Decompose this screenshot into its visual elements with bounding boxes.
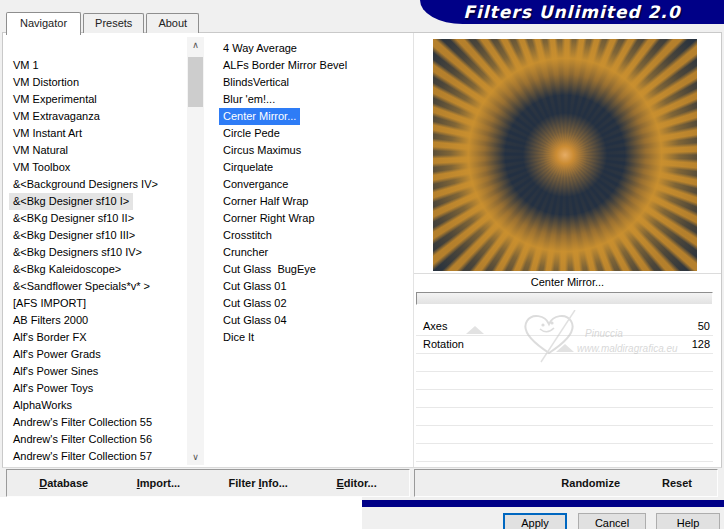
category-list: VM 1VM DistortionVM ExperimentalVM Extra… [9,57,187,467]
tab-bar: NavigatorPresetsAbout [6,10,201,33]
editor-button[interactable]: Editor... [336,477,376,489]
scrollbar-thumb[interactable] [188,57,203,107]
list-item[interactable]: Circus Maximus [219,142,305,159]
filter-info-button[interactable]: Filter Info... [229,477,288,489]
tab-presets[interactable]: Presets [83,13,144,33]
footer-accent-bar [362,500,724,507]
param-row-empty [416,354,713,372]
list-item[interactable]: 4 Way Average [219,40,301,57]
list-item[interactable]: ALFs Border Mirror Bevel [219,57,351,74]
import-button[interactable]: Import... [137,477,180,489]
list-item[interactable]: Circle Pede [219,125,284,142]
list-item[interactable]: Convergance [219,176,292,193]
list-item[interactable]: Corner Right Wrap [219,210,319,227]
param-row-axes[interactable]: Axes50 [416,318,713,336]
statusbar: Database:ICNET-Filters Filters:1100 [0,497,362,529]
list-item[interactable]: Cut Glass BugEye [219,261,320,278]
database-toolbar: DatabaseImport...Filter Info...Editor... [6,469,410,497]
app-title: Filters Unlimited 2.0 [463,2,680,22]
param-row-empty [416,408,713,426]
list-item[interactable]: Alf's Power Grads [9,346,105,363]
scroll-up-icon[interactable]: ∧ [187,37,204,53]
help-button[interactable]: Help [656,513,720,529]
param-name: Axes [423,318,447,335]
list-item[interactable]: Andrew's Filter Collection 58 [9,465,156,467]
list-item[interactable]: VM Toolbox [9,159,74,176]
param-row-empty [416,390,713,408]
reset-button[interactable]: Reset [662,477,692,489]
list-item[interactable]: VM Natural [9,142,72,159]
param-row-rotation[interactable]: Rotation128 [416,336,713,354]
slider-thumb-icon[interactable] [556,344,574,352]
preview-separator [414,273,721,274]
param-row-empty [416,372,713,390]
category-scrollbar[interactable]: ∧ ∨ [187,37,204,465]
list-item[interactable]: &<Bkg Designers sf10 IV> [9,244,146,261]
apply-button[interactable]: Apply [503,513,567,529]
list-item[interactable]: Center Mirror... [219,108,300,125]
randomize-toolbar: RandomizeReset [414,469,718,497]
list-item[interactable]: Cut Glass 04 [219,312,291,329]
list-item[interactable]: [AFS IMPORT] [9,295,90,312]
tab-navigator[interactable]: Navigator [6,12,81,35]
list-item[interactable]: Alf's Border FX [9,329,91,346]
list-item[interactable]: VM Instant Art [9,125,86,142]
list-item[interactable]: Alf's Power Sines [9,363,102,380]
progress-bar [416,292,713,305]
list-item[interactable]: Andrew's Filter Collection 57 [9,448,156,465]
list-item[interactable]: &<Sandflower Specials*v* > [9,278,154,295]
slider-thumb-icon[interactable] [466,326,484,334]
filter-list: 4 Way AverageALFs Border Mirror BevelBli… [219,40,411,450]
list-item[interactable]: &<Bkg Designer sf10 III> [9,227,139,244]
randomize-button[interactable]: Randomize [561,477,620,489]
list-item[interactable]: Alf's Power Toys [9,380,97,397]
app-title-banner: Filters Unlimited 2.0 [420,0,724,24]
list-item[interactable]: Cruncher [219,244,272,261]
list-item[interactable]: &<BKg Designer sf10 II> [9,210,138,227]
param-value: 128 [692,336,710,353]
list-item[interactable]: VM Distortion [9,74,83,91]
panel-divider [413,33,414,467]
param-value: 50 [698,318,710,335]
database-button[interactable]: Database [39,477,88,489]
list-item[interactable]: Cut Glass 02 [219,295,291,312]
list-item[interactable]: Cirquelate [219,159,277,176]
list-item[interactable]: Dice It [219,329,258,346]
list-item[interactable]: Corner Half Wrap [219,193,312,210]
list-item[interactable]: Andrew's Filter Collection 56 [9,431,156,448]
selected-filter-title: Center Mirror... [414,276,721,288]
list-item[interactable]: VM 1 [9,57,43,74]
list-item[interactable]: Andrew's Filter Collection 55 [9,414,156,431]
list-item[interactable]: AlphaWorks [9,397,76,414]
list-item[interactable]: AB Filters 2000 [9,312,92,329]
param-row-empty [416,426,713,444]
list-item[interactable]: &<Background Designers IV> [9,176,162,193]
list-item[interactable]: &<Bkg Designer sf10 I> [9,193,133,210]
list-item[interactable]: VM Extravaganza [9,108,104,125]
cancel-button[interactable]: Cancel [578,513,646,529]
filter-preview-image [433,39,697,271]
list-item[interactable]: Blur 'em!... [219,91,279,108]
list-item[interactable]: BlindsVertical [219,74,293,91]
list-item[interactable]: VM Experimental [9,91,101,108]
param-name: Rotation [423,336,464,353]
scroll-down-icon[interactable]: ∨ [187,449,204,465]
param-row-empty [416,444,713,462]
filters-unlimited-window: Filters Unlimited 2.0 NavigatorPresetsAb… [0,0,724,529]
list-item[interactable]: Crosstitch [219,227,276,244]
parameter-sliders: Axes50Rotation128 [416,318,713,462]
list-item[interactable]: Cut Glass 01 [219,278,291,295]
list-item[interactable]: &<Bkg Kaleidoscope> [9,261,125,278]
navigator-tab-page: VM 1VM DistortionVM ExperimentalVM Extra… [2,32,722,468]
tab-about[interactable]: About [146,13,199,33]
